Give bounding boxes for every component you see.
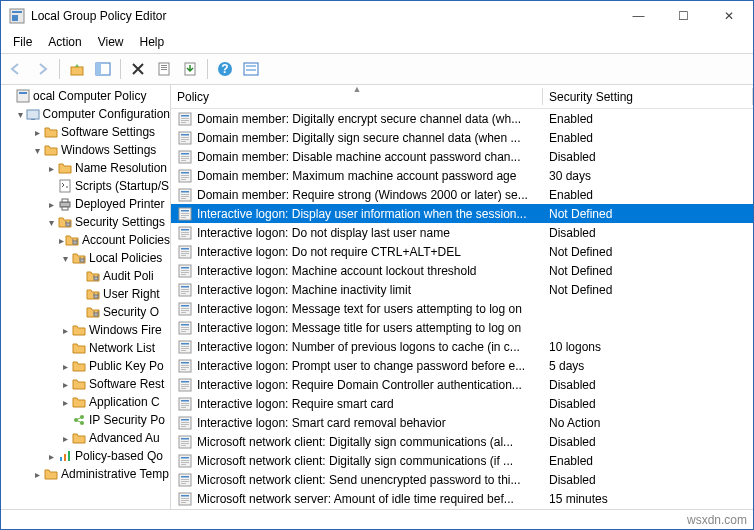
- menu-action[interactable]: Action: [40, 33, 89, 51]
- toolbar: ?: [1, 53, 753, 85]
- filter-button[interactable]: [240, 58, 262, 80]
- policy-row[interactable]: Domain member: Maximum machine account p…: [171, 166, 753, 185]
- policy-name: Domain member: Digitally sign secure cha…: [197, 131, 520, 145]
- tree-item[interactable]: Scripts (Startup/S: [1, 177, 170, 195]
- tree-twisty-icon[interactable]: ▸: [45, 163, 57, 174]
- folder-icon: [71, 358, 87, 374]
- svg-rect-129: [181, 462, 189, 463]
- tree-twisty-icon[interactable]: ▸: [31, 127, 43, 138]
- svg-rect-84: [181, 291, 189, 292]
- tree-item[interactable]: ▸Windows Fire: [1, 321, 170, 339]
- tree-twisty-icon[interactable]: ▾: [59, 253, 71, 264]
- tree-twisty-icon[interactable]: ▸: [31, 469, 43, 480]
- tree-item[interactable]: ▸Software Rest: [1, 375, 170, 393]
- tree-twisty-icon[interactable]: ▾: [17, 109, 25, 120]
- svg-rect-47: [181, 153, 189, 155]
- menu-file[interactable]: File: [5, 33, 40, 51]
- setting-cell: Disabled: [543, 150, 753, 164]
- tree-item[interactable]: Audit Poli: [1, 267, 170, 285]
- policy-name: Microsoft network client: Digitally sign…: [197, 454, 513, 468]
- policy-name: Interactive logon: Machine inactivity li…: [197, 283, 411, 297]
- sort-indicator-icon: ▲: [353, 84, 362, 94]
- menu-help[interactable]: Help: [132, 33, 173, 51]
- tree-item[interactable]: ▸Administrative Temp: [1, 465, 170, 483]
- tree-pane[interactable]: ocal Computer Policy▾Computer Configurat…: [1, 85, 171, 509]
- policy-row[interactable]: Microsoft network client: Digitally sign…: [171, 451, 753, 470]
- policy-row[interactable]: Domain member: Digitally sign secure cha…: [171, 128, 753, 147]
- policy-row[interactable]: Interactive logon: Prompt user to change…: [171, 356, 753, 375]
- tree-item[interactable]: ▸Advanced Au: [1, 429, 170, 447]
- tree-item[interactable]: ▸Policy-based Qo: [1, 447, 170, 465]
- svg-rect-49: [181, 158, 189, 159]
- policy-row[interactable]: Domain member: Require strong (Windows 2…: [171, 185, 753, 204]
- policy-name: Interactive logon: Require smart card: [197, 397, 394, 411]
- tree-item[interactable]: ▾Computer Configuration: [1, 105, 170, 123]
- setting-cell: 15 minutes: [543, 492, 753, 506]
- tree-twisty-icon[interactable]: ▸: [59, 433, 71, 444]
- tree-twisty-icon[interactable]: ▾: [31, 145, 43, 156]
- tree-item[interactable]: ▾Windows Settings: [1, 141, 170, 159]
- tree-item[interactable]: ▸Deployed Printer: [1, 195, 170, 213]
- tree-twisty-icon[interactable]: ▸: [59, 325, 71, 336]
- tree-item[interactable]: ▾Security Settings: [1, 213, 170, 231]
- list-body[interactable]: Domain member: Digitally encrypt secure …: [171, 109, 753, 509]
- policy-row[interactable]: Microsoft network client: Send unencrypt…: [171, 470, 753, 489]
- tree-twisty-icon[interactable]: ▸: [59, 361, 71, 372]
- list-header: Policy ▲ Security Setting: [171, 85, 753, 109]
- policy-row[interactable]: Interactive logon: Do not require CTRL+A…: [171, 242, 753, 261]
- tree-item[interactable]: Network List: [1, 339, 170, 357]
- close-button[interactable]: ✕: [706, 2, 751, 30]
- tree-twisty-icon[interactable]: ▸: [45, 199, 57, 210]
- policy-row[interactable]: Interactive logon: Do not display last u…: [171, 223, 753, 242]
- export-button[interactable]: [179, 58, 201, 80]
- tree-item[interactable]: User Right: [1, 285, 170, 303]
- policy-row[interactable]: Microsoft network client: Digitally sign…: [171, 432, 753, 451]
- policy-row[interactable]: Interactive logon: Message text for user…: [171, 299, 753, 318]
- policy-row[interactable]: Interactive logon: Number of previous lo…: [171, 337, 753, 356]
- delete-button[interactable]: [127, 58, 149, 80]
- tree-twisty-icon[interactable]: ▸: [59, 397, 71, 408]
- policy-row[interactable]: Interactive logon: Machine account locko…: [171, 261, 753, 280]
- tree-twisty-icon[interactable]: ▾: [45, 217, 57, 228]
- help-button[interactable]: ?: [214, 58, 236, 80]
- tree-item-label: Local Policies: [89, 251, 162, 265]
- maximize-button[interactable]: ☐: [661, 2, 706, 30]
- tree-item[interactable]: ▸Software Settings: [1, 123, 170, 141]
- tree-item[interactable]: ▸Name Resolution: [1, 159, 170, 177]
- show-hide-tree-button[interactable]: [92, 58, 114, 80]
- policy-row[interactable]: Interactive logon: Smart card removal be…: [171, 413, 753, 432]
- up-button[interactable]: [66, 58, 88, 80]
- svg-rect-75: [181, 255, 186, 256]
- tree-item[interactable]: IP Security Po: [1, 411, 170, 429]
- tree-twisty-icon[interactable]: ▸: [45, 451, 57, 462]
- tree-twisty-icon[interactable]: ▸: [59, 379, 71, 390]
- tree-item[interactable]: ▸Account Policies: [1, 231, 170, 249]
- column-security-setting[interactable]: Security Setting: [543, 85, 753, 108]
- properties-button[interactable]: [153, 58, 175, 80]
- tree-item-label: Audit Poli: [103, 269, 154, 283]
- tree-item[interactable]: ocal Computer Policy: [1, 87, 170, 105]
- forward-button[interactable]: [31, 58, 53, 80]
- policy-row[interactable]: Domain member: Digitally encrypt secure …: [171, 109, 753, 128]
- svg-rect-118: [181, 422, 189, 423]
- svg-rect-80: [181, 274, 186, 275]
- policy-row[interactable]: Microsoft network server: Amount of idle…: [171, 489, 753, 508]
- menu-view[interactable]: View: [90, 33, 132, 51]
- folder-icon: [71, 394, 87, 410]
- minimize-button[interactable]: —: [616, 2, 661, 30]
- svg-rect-52: [181, 172, 189, 174]
- svg-rect-27: [94, 277, 98, 280]
- policy-row[interactable]: Interactive logon: Require smart cardDis…: [171, 394, 753, 413]
- policy-row[interactable]: Interactive logon: Message title for use…: [171, 318, 753, 337]
- column-policy[interactable]: Policy ▲: [171, 85, 543, 108]
- tree-item[interactable]: ▸Public Key Po: [1, 357, 170, 375]
- policy-row[interactable]: Domain member: Disable machine account p…: [171, 147, 753, 166]
- policy-row[interactable]: Interactive logon: Machine inactivity li…: [171, 280, 753, 299]
- policy-name: Interactive logon: Do not display last u…: [197, 226, 450, 240]
- tree-item[interactable]: ▸Application C: [1, 393, 170, 411]
- policy-row[interactable]: Interactive logon: Display user informat…: [171, 204, 753, 223]
- back-button[interactable]: [5, 58, 27, 80]
- tree-item[interactable]: Security O: [1, 303, 170, 321]
- tree-item[interactable]: ▾Local Policies: [1, 249, 170, 267]
- policy-row[interactable]: Interactive logon: Require Domain Contro…: [171, 375, 753, 394]
